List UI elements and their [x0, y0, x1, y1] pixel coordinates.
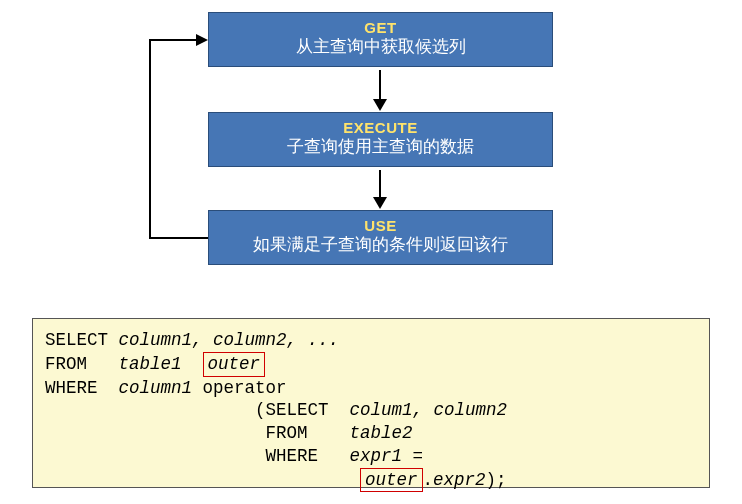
sql-code-block: SELECT column1, column2, ... FROM table1… — [32, 318, 710, 488]
sql-keyword: WHERE — [266, 446, 350, 466]
flow-step-title: GET — [219, 19, 542, 36]
code-indent — [45, 470, 360, 490]
sql-dot: . — [423, 470, 434, 490]
sql-keyword: FROM — [45, 354, 119, 374]
sql-keyword: FROM — [266, 423, 350, 443]
sql-columns: colum1, column2 — [350, 400, 508, 420]
flow-step-get: GET 从主查询中获取候选列 — [208, 12, 553, 67]
flow-step-desc: 如果满足子查询的条件则返回该行 — [219, 234, 542, 256]
sql-columns: column1, column2, ... — [119, 330, 340, 350]
flow-step-title: EXECUTE — [219, 119, 542, 136]
sql-terminator: ); — [486, 470, 507, 490]
svg-marker-0 — [196, 34, 208, 46]
outer-alias-highlight: outer — [203, 352, 266, 377]
flow-step-desc: 从主查询中获取候选列 — [219, 36, 542, 58]
outer-ref-highlight: outer — [360, 468, 423, 493]
flow-step-execute: EXECUTE 子查询使用主查询的数据 — [208, 112, 553, 167]
sql-keyword: SELECT — [266, 400, 350, 420]
sql-table: table2 — [350, 423, 413, 443]
sql-table: table1 — [119, 354, 193, 374]
flowchart: GET 从主查询中获取候选列 EXECUTE 子查询使用主查询的数据 USE 如… — [0, 0, 742, 310]
flow-step-title: USE — [219, 217, 542, 234]
code-indent — [45, 446, 266, 466]
flow-step-desc: 子查询使用主查询的数据 — [219, 136, 542, 158]
sql-column: column1 — [119, 378, 193, 398]
code-indent — [45, 423, 266, 443]
sql-expr: expr2 — [433, 470, 486, 490]
flow-step-use: USE 如果满足子查询的条件则返回该行 — [208, 210, 553, 265]
code-indent: ( — [45, 400, 266, 420]
sql-operator: operator — [192, 378, 287, 398]
sql-keyword: WHERE — [45, 378, 119, 398]
sql-expr: expr1 = — [350, 446, 424, 466]
sql-keyword: SELECT — [45, 330, 119, 350]
